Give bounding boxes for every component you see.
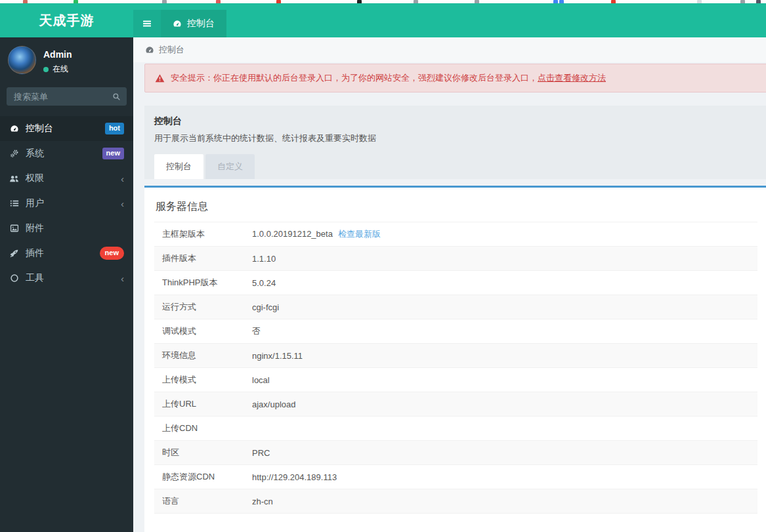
- info-value: http://129.204.189.113: [252, 472, 337, 482]
- image-icon: [9, 224, 19, 233]
- bookmark-favicon[interactable]: [611, 0, 616, 3]
- users-icon: [9, 174, 19, 184]
- bookmark-favicon[interactable]: [162, 0, 167, 3]
- bookmark-favicon[interactable]: [697, 0, 702, 3]
- user-panel: Admin 在线: [0, 37, 133, 81]
- sidebar-menu-item[interactable]: 系统 new: [0, 141, 133, 166]
- bookmark-favicon[interactable]: [74, 0, 78, 3]
- sidebar-menu-item-label: 系统: [26, 148, 102, 159]
- bookmark-favicon[interactable]: [23, 0, 28, 3]
- info-value: 1.0.0.20191212_beta: [252, 229, 333, 239]
- bookmark-favicon[interactable]: [276, 0, 281, 3]
- angle-left-icon: ‹: [121, 174, 124, 184]
- sidebar-menu-item-label: 权限: [26, 173, 121, 184]
- info-label: 环境信息: [154, 344, 244, 368]
- sidebar-menu-item[interactable]: 插件 new: [0, 241, 133, 266]
- table-row: 主框架版本 1.0.0.20191212_beta检查最新版: [154, 222, 757, 247]
- main-content: 控制台 安全提示：你正在使用默认的后台登录入口，为了你的网站安全，强烈建议你修改…: [133, 37, 766, 532]
- sidebar-search: [7, 87, 127, 106]
- table-row: 上传CDN: [154, 417, 757, 441]
- online-status-dot-icon: [43, 67, 49, 72]
- info-value: 1.1.10: [252, 254, 276, 264]
- user-status: 在线: [43, 64, 72, 75]
- bookmark-favicon[interactable]: [414, 0, 418, 3]
- info-label: 时区: [154, 441, 244, 465]
- bookmark-favicon[interactable]: [216, 0, 221, 3]
- table-row: 上传模式 local: [154, 368, 757, 392]
- user-status-label: 在线: [53, 64, 68, 75]
- table-row: 上传URL ajax/upload: [154, 392, 757, 417]
- panel-tab[interactable]: 控制台: [154, 154, 203, 179]
- info-value: 否: [252, 326, 261, 336]
- sidebar-menu-item[interactable]: 控制台 hot: [0, 116, 133, 141]
- info-value: nginx/1.15.11: [252, 351, 303, 361]
- bookmark-favicon[interactable]: [357, 0, 362, 3]
- server-info-title: 服务器信息: [154, 196, 757, 222]
- search-button[interactable]: [108, 89, 124, 104]
- navbar-tab-dashboard[interactable]: 控制台: [161, 10, 226, 37]
- info-label: 插件版本: [154, 247, 244, 271]
- table-row: 时区 PRC: [154, 441, 757, 465]
- sidebar-toggle-button[interactable]: [133, 10, 161, 37]
- security-alert-link[interactable]: 点击查看修改方法: [538, 73, 606, 83]
- avatar[interactable]: [8, 46, 36, 74]
- server-info-table: 主框架版本 1.0.0.20191212_beta检查最新版 插件版本 1.1.…: [154, 222, 757, 514]
- info-label: 静态资源CDN: [154, 465, 244, 489]
- table-row: 静态资源CDN http://129.204.189.113: [154, 465, 757, 489]
- table-row: 环境信息 nginx/1.15.11: [154, 344, 757, 368]
- sidebar-menu-item[interactable]: 附件: [0, 216, 133, 241]
- list-icon: [9, 199, 19, 208]
- menu-badge: new: [102, 148, 124, 159]
- angle-left-icon: ‹: [121, 199, 124, 209]
- sidebar-menu-item-label: 工具: [26, 272, 121, 284]
- menu-badge: new: [100, 247, 124, 259]
- menu-badge: hot: [105, 123, 124, 134]
- table-row: 语言 zh-cn: [154, 489, 757, 514]
- check-latest-link[interactable]: 检查最新版: [338, 229, 381, 239]
- bookmark-favicon[interactable]: [475, 0, 479, 3]
- bookmark-favicon[interactable]: [559, 0, 564, 3]
- panel-tab[interactable]: 自定义: [205, 154, 255, 179]
- bookmark-favicon[interactable]: [740, 0, 745, 3]
- info-label: 调试模式: [154, 319, 244, 344]
- table-row: ThinkPHP版本 5.0.24: [154, 271, 757, 295]
- sidebar-menu: 控制台 hot 系统 new 权限 ‹ 用户 ‹: [0, 116, 133, 291]
- sidebar-menu-item[interactable]: 权限 ‹: [0, 166, 133, 191]
- info-label: 上传CDN: [154, 417, 244, 441]
- info-label: 上传URL: [154, 392, 244, 417]
- info-label: 主框架版本: [154, 222, 244, 247]
- browser-bookmarks-strip: [0, 0, 766, 3]
- breadcrumb-dashboard-link[interactable]: 控制台: [159, 44, 184, 56]
- info-value: PRC: [252, 448, 270, 458]
- sidebar-menu-item[interactable]: 用户 ‹: [0, 191, 133, 216]
- panel-subtitle: 用于展示当前系统中的统计数据、统计报表及重要实时数据: [154, 133, 757, 144]
- search-icon: [112, 92, 121, 101]
- sidebar-menu-item-label: 附件: [26, 222, 124, 234]
- info-value: local: [252, 375, 270, 385]
- sidebar-menu-item[interactable]: 工具 ‹: [0, 266, 133, 291]
- rocket-icon: [9, 249, 19, 258]
- app-logo[interactable]: 天成手游: [0, 3, 133, 37]
- sidebar: Admin 在线 控制台 hot 系统 new: [0, 37, 133, 532]
- top-navbar: 控制台: [133, 3, 766, 37]
- table-row: 运行方式 cgi-fcgi: [154, 295, 757, 319]
- top-header: 天成手游 控制台: [0, 3, 766, 37]
- panel-heading: 控制台 用于展示当前系统中的统计数据、统计报表及重要实时数据 控制台 自定义: [144, 106, 766, 179]
- hamburger-icon: [142, 18, 152, 29]
- panel-body: 服务器信息 主框架版本 1.0.0.20191212_beta检查最新版 插件版…: [144, 186, 766, 532]
- bookmark-favicon[interactable]: [553, 0, 558, 3]
- security-alert: 安全提示：你正在使用默认的后台登录入口，为了你的网站安全，强烈建议你修改后台登录…: [144, 64, 766, 92]
- dashboard-icon: [9, 124, 19, 133]
- warning-icon: [155, 73, 165, 83]
- security-alert-text: 安全提示：你正在使用默认的后台登录入口，为了你的网站安全，强烈建议你修改后台登录…: [171, 73, 538, 83]
- user-name: Admin: [43, 49, 72, 60]
- navbar-tab-label: 控制台: [187, 18, 215, 30]
- info-value: 5.0.24: [252, 278, 276, 288]
- sidebar-menu-item-label: 用户: [26, 197, 121, 209]
- info-value: ajax/upload: [252, 399, 296, 409]
- bookmark-favicon[interactable]: [756, 0, 761, 3]
- info-label: 运行方式: [154, 295, 244, 319]
- info-label: 语言: [154, 489, 244, 514]
- angle-left-icon: ‹: [121, 274, 124, 283]
- info-value: zh-cn: [252, 497, 273, 506]
